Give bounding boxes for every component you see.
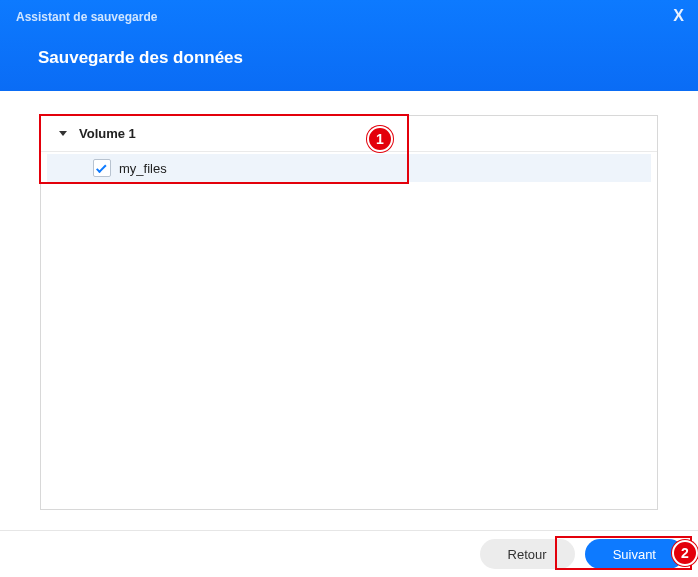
content-area: 1 Volume 1 my_files [0, 91, 698, 510]
folder-tree-panel: 1 Volume 1 my_files [40, 115, 658, 510]
next-button[interactable]: Suivant [585, 539, 684, 569]
chevron-down-icon [59, 131, 67, 136]
checkbox[interactable] [93, 159, 111, 177]
annotation-marker-1: 1 [367, 126, 393, 152]
check-icon [96, 162, 107, 173]
dialog-footer: Retour Suivant [0, 530, 698, 577]
tree-item-row[interactable]: my_files [47, 154, 651, 182]
tree-item-label: my_files [119, 161, 167, 176]
back-button[interactable]: Retour [480, 539, 575, 569]
assistant-label: Assistant de sauvegarde [16, 0, 698, 24]
annotation-marker-2: 2 [672, 540, 698, 566]
dialog-header: Assistant de sauvegarde Sauvegarde des d… [0, 0, 698, 91]
page-title: Sauvegarde des données [16, 24, 698, 68]
close-icon[interactable]: X [673, 8, 684, 24]
volume-label: Volume 1 [79, 126, 136, 141]
tree-volume-row[interactable]: Volume 1 [41, 116, 657, 152]
